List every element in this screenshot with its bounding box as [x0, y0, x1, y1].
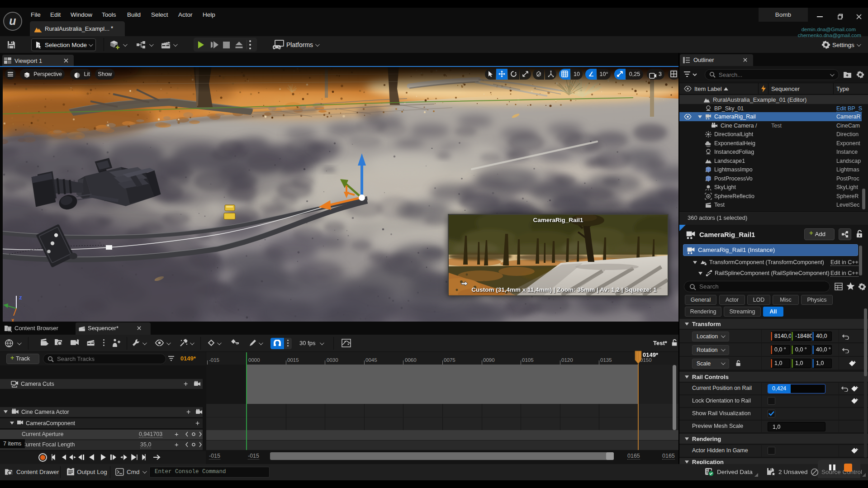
svg-text:+: + — [705, 170, 707, 173]
svg-text:x: x — [11, 317, 14, 322]
svg-text:z: z — [19, 294, 22, 301]
svg-text:+: + — [705, 179, 707, 182]
svg-text:u: u — [9, 14, 16, 27]
svg-text:CameraRig_Rail1: CameraRig_Rail1 — [533, 217, 583, 223]
svg-text:Custom (31,4mm x 11,4mm) | Zoo: Custom (31,4mm x 11,4mm) | Zoom: 35mm | … — [471, 286, 657, 293]
